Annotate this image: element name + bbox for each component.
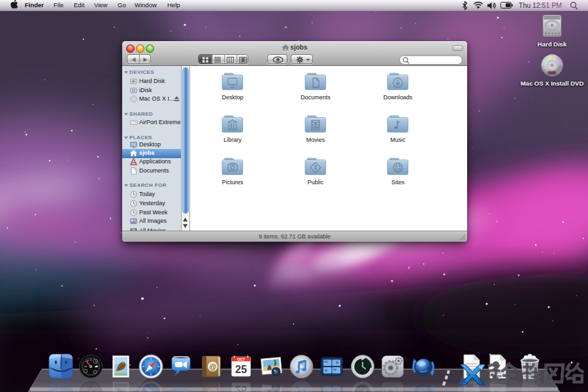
svg-text:DVD: DVD [548, 71, 556, 74]
